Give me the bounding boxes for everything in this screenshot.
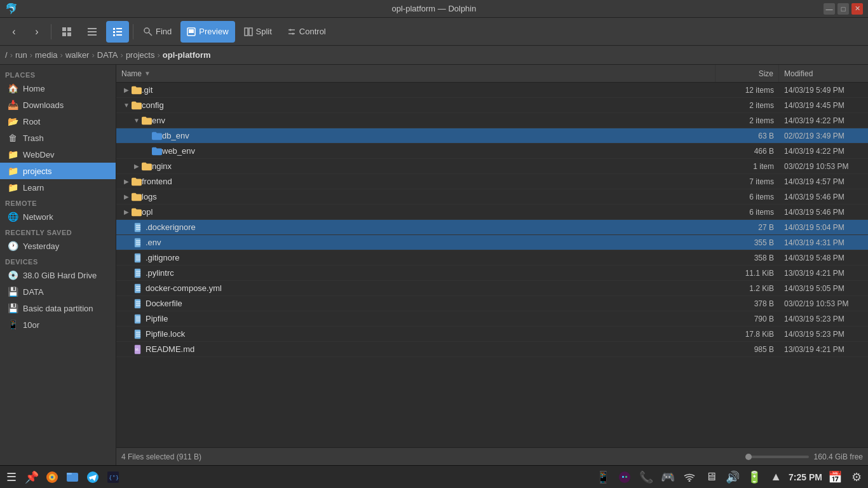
table-row[interactable]: ▶ .dockerignore 27 B 14/03/19 5:04 PM <box>116 220 868 235</box>
taskbar-icon-menu[interactable]: ☰ <box>3 468 20 486</box>
table-row[interactable]: ▶ web_env 466 B 14/03/19 4:22 PM <box>116 144 868 159</box>
sidebar: Places 🏠 Home 📥 Downloads 📂 Root 🗑 Trash… <box>0 65 116 465</box>
sidebar-item-downloads[interactable]: 📥 Downloads <box>0 97 116 113</box>
taskbar: ☰ 📌 {"} 📱 📞 🎮 🖥 🔊 🔋 ▲ 7:25 PM 📅 ⚙ <box>0 465 868 488</box>
sidebar-item-basic[interactable]: 💾 Basic data partition <box>0 300 116 316</box>
sidebar-item-projects[interactable]: 📁 projects <box>0 163 116 179</box>
taskbar-icon-display[interactable]: 🖥 <box>702 468 720 486</box>
view-icons-button[interactable] <box>55 21 78 43</box>
file-name-cell: ▶ .git <box>116 85 715 95</box>
table-row[interactable]: ▶ M↓ README.md 985 B 13/03/19 4:21 PM <box>116 342 868 357</box>
col-modified-label: Modified <box>784 69 813 78</box>
taskbar-icon-game[interactable]: 🎮 <box>659 468 677 486</box>
breadcrumb-walker[interactable]: walker <box>65 50 90 60</box>
expand-btn[interactable]: ▼ <box>132 116 142 126</box>
table-row[interactable]: ▶ Pipfile.lock 17.8 KiB 14/03/19 5:23 PM <box>116 327 868 342</box>
taskbar-icon-slack[interactable] <box>616 468 634 486</box>
table-row[interactable]: ▶ logs 6 items 14/03/19 5:46 PM <box>116 189 868 205</box>
table-row[interactable]: ▼ env 2 items 14/03/19 4:22 PM <box>116 113 868 128</box>
table-row[interactable]: ▶ docker-compose.yml 1.2 KiB 14/03/19 5:… <box>116 281 868 296</box>
data-icon: 💾 <box>8 287 18 297</box>
taskbar-icon-telegram[interactable] <box>84 468 102 486</box>
taskbar-left: ☰ 📌 {"} <box>3 468 122 486</box>
file-name-cell: ▼ config <box>116 100 715 111</box>
view-details-button[interactable] <box>106 21 129 43</box>
breadcrumb-data[interactable]: DATA <box>97 50 118 60</box>
svg-rect-67 <box>625 476 627 478</box>
file-date-cell: 14/03/19 5:46 PM <box>779 208 868 217</box>
sidebar-item-learn[interactable]: 📁 Learn <box>0 179 116 196</box>
breadcrumb-run[interactable]: run <box>15 50 27 60</box>
taskbar-icon-editor[interactable]: {"} <box>104 468 122 486</box>
preview-button[interactable]: Preview <box>180 21 234 43</box>
maximize-button[interactable]: □ <box>837 3 849 15</box>
sidebar-item-data[interactable]: 💾 DATA <box>0 283 116 300</box>
main-layout: Places 🏠 Home 📥 Downloads 📂 Root 🗑 Trash… <box>0 65 868 465</box>
split-button[interactable]: Split <box>238 21 278 43</box>
taskbar-icon-volume[interactable]: 🔊 <box>724 468 742 486</box>
taskbar-icon-files[interactable] <box>64 468 81 486</box>
find-button[interactable]: Find <box>137 21 178 43</box>
forward-button[interactable]: › <box>27 22 47 42</box>
table-row[interactable]: ▼ config 2 items 14/03/19 4:45 PM <box>116 98 868 113</box>
expand-btn[interactable]: ▶ <box>121 207 132 217</box>
sidebar-item-hdd[interactable]: 💿 38.0 GiB Hard Drive <box>0 267 116 283</box>
control-button[interactable]: Control <box>281 21 332 43</box>
sidebar-item-root[interactable]: 📂 Root <box>0 113 116 130</box>
col-header-size[interactable]: Size <box>715 65 779 82</box>
svg-rect-18 <box>249 28 252 36</box>
minimize-button[interactable]: — <box>824 3 835 15</box>
file-date-cell: 13/03/19 4:21 PM <box>779 345 868 354</box>
preview-icon <box>187 27 196 36</box>
zoom-slider[interactable] <box>745 456 809 458</box>
taskbar-icon-up[interactable]: ▲ <box>767 468 785 486</box>
taskbar-icon-wifi[interactable] <box>681 468 698 486</box>
taskbar-icon-pin[interactable]: 📌 <box>23 468 41 486</box>
file-date-cell: 14/03/19 4:22 PM <box>779 147 868 156</box>
table-row[interactable]: ▶ opl 6 items 14/03/19 5:46 PM <box>116 205 868 220</box>
taskbar-icon-calendar[interactable]: 📅 <box>826 468 844 486</box>
col-header-name[interactable]: Name ▼ <box>116 65 715 82</box>
close-button[interactable]: ✕ <box>851 3 863 15</box>
statusbar-right: 160.4 GiB free <box>745 452 863 461</box>
sidebar-section-devices: Devices <box>0 254 116 267</box>
sidebar-item-home[interactable]: 🏠 Home <box>0 80 116 97</box>
sidebar-item-trash[interactable]: 🗑 Trash <box>0 130 116 146</box>
taskbar-icon-battery[interactable]: 🔋 <box>745 468 763 486</box>
taskbar-icon-android[interactable]: 📱 <box>594 468 612 486</box>
table-row[interactable]: ▶ Pipfile 790 B 14/03/19 5:23 PM <box>116 311 868 327</box>
expand-btn[interactable]: ▶ <box>132 161 142 172</box>
file-size-cell: 6 items <box>715 208 779 217</box>
table-row[interactable]: ▶ .env 355 B 14/03/19 4:31 PM <box>116 235 868 250</box>
table-row[interactable]: ▶ .gitignore 358 B 14/03/19 5:48 PM <box>116 250 868 266</box>
table-row[interactable]: ▶ .pylintrc 11.1 KiB 13/03/19 4:21 PM <box>116 266 868 281</box>
sidebar-item-yesterday[interactable]: 🕐 Yesterday <box>0 238 116 254</box>
sidebar-item-network[interactable]: 🌐 Network <box>0 208 116 225</box>
expand-btn[interactable]: ▶ <box>121 85 132 95</box>
breadcrumb-media[interactable]: media <box>35 50 57 60</box>
taskbar-icon-settings[interactable]: ⚙ <box>848 468 865 486</box>
folder-icon <box>152 147 162 156</box>
hdd-icon: 💿 <box>8 270 18 280</box>
sidebar-item-webdev[interactable]: 📁 WebDev <box>0 146 116 163</box>
table-row[interactable]: ▶ Dockerfile 378 B 03/02/19 10:53 PM <box>116 296 868 311</box>
table-row[interactable]: ▶ nginx 1 item 03/02/19 10:53 PM <box>116 159 868 174</box>
svg-point-59 <box>51 476 53 478</box>
file-size-cell: 355 B <box>715 238 779 247</box>
breadcrumb-root[interactable]: / <box>5 50 8 60</box>
file-name-cell: ▼ env <box>116 116 715 126</box>
expand-btn[interactable]: ▶ <box>121 177 132 187</box>
expand-btn[interactable]: ▶ <box>121 192 132 202</box>
table-row[interactable]: ▶ frontend 7 items 14/03/19 4:57 PM <box>116 174 868 189</box>
back-button[interactable]: ‹ <box>4 22 24 42</box>
taskbar-icon-phone[interactable]: 📞 <box>637 468 655 486</box>
breadcrumb-projects[interactable]: projects <box>126 50 155 60</box>
taskbar-icon-firefox[interactable] <box>43 468 61 486</box>
col-header-modified[interactable]: Modified <box>779 65 868 82</box>
view-compact-button[interactable] <box>81 21 104 43</box>
expand-btn[interactable]: ▼ <box>121 100 132 111</box>
view-compact-icon <box>87 27 97 37</box>
sidebar-item-10or[interactable]: 📱 10or <box>0 316 116 333</box>
table-row[interactable]: ▶ db_env 63 B 02/02/19 3:49 PM <box>116 128 868 144</box>
table-row[interactable]: ▶ .git 12 items 14/03/19 5:49 PM <box>116 83 868 98</box>
